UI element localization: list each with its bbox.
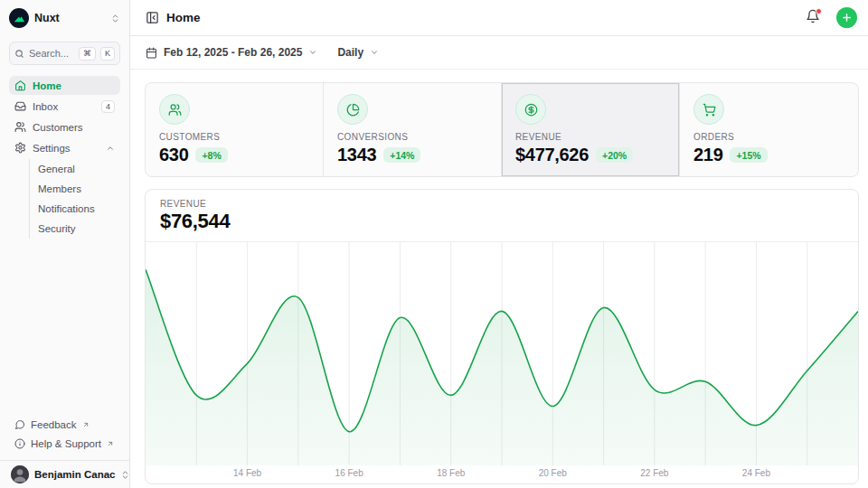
stat-label: CUSTOMERS (159, 132, 309, 142)
revenue-chart-card: REVENUE $76,544 14 Feb16 Feb18 Feb20 Feb… (145, 189, 859, 484)
notification-dot (816, 8, 822, 14)
x-axis-tick-label: 18 Feb (437, 468, 465, 478)
stat-delta-badge: +15% (730, 147, 767, 163)
filters-toolbar: Feb 12, 2025 - Feb 26, 2025 Daily (130, 36, 868, 70)
feedback-label: Feedback (31, 419, 77, 430)
sidebar-item-home[interactable]: Home (9, 76, 120, 95)
page-header: Home (130, 0, 868, 36)
stat-value: 630 (159, 145, 188, 165)
add-button[interactable] (836, 7, 857, 28)
stat-delta-badge: +8% (195, 147, 227, 163)
users-icon (14, 121, 26, 133)
dashboard-app: Nuxt Search... ⌘ K Home (0, 0, 868, 488)
circle-dollar-icon (515, 94, 546, 125)
stat-value: 219 (693, 145, 722, 165)
workspace-switcher[interactable]: Nuxt (0, 0, 129, 36)
users-icon (159, 94, 190, 125)
x-axis-tick-label: 14 Feb (233, 468, 261, 478)
sidebar-item-customers[interactable]: Customers (9, 117, 120, 136)
x-axis-tick-label: 22 Feb (640, 468, 668, 478)
sidebar-item-inbox[interactable]: Inbox 4 (9, 97, 120, 116)
collapse-sidebar-icon[interactable] (146, 11, 159, 24)
sidebar-item-label: Settings (33, 143, 99, 154)
plus-icon (841, 12, 853, 23)
search-input[interactable]: Search... ⌘ K (9, 42, 120, 65)
inbox-icon (14, 100, 26, 112)
date-range-picker[interactable]: Feb 12, 2025 - Feb 26, 2025 (146, 46, 317, 59)
chart-header: REVENUE $76,544 (146, 190, 858, 242)
kbd-k: K (100, 47, 115, 61)
sidebar-item-label: Inbox (33, 101, 95, 112)
notifications-button[interactable] (806, 9, 820, 27)
chevron-down-icon (308, 48, 317, 57)
feedback-link[interactable]: Feedback (9, 415, 120, 434)
stat-card-orders[interactable]: ORDERS 219 +15% (680, 83, 858, 176)
stat-value: $477,626 (515, 145, 589, 165)
stats-row: CUSTOMERS 630 +8% CONVERSIONS 1343 +14% (145, 82, 859, 177)
revenue-area-chart[interactable] (146, 242, 858, 465)
page-content: CUSTOMERS 630 +8% CONVERSIONS 1343 +14% (130, 70, 868, 484)
cart-icon (693, 94, 724, 125)
date-range-value: Feb 12, 2025 - Feb 26, 2025 (164, 46, 302, 59)
avatar (11, 465, 29, 483)
sidebar-item-security[interactable]: Security (38, 219, 120, 239)
kbd-cmd: ⌘ (79, 47, 96, 61)
chart-metric-value: $76,544 (160, 210, 844, 233)
external-link-icon (82, 421, 90, 428)
sidebar-item-settings[interactable]: Settings (9, 138, 120, 157)
info-circle-icon (14, 438, 25, 449)
sidebar-item-members[interactable]: Members (38, 179, 120, 199)
chevron-up-down-icon (120, 470, 130, 480)
stat-label: REVENUE (515, 132, 665, 142)
main-panel: Home Feb 12, 2025 - Feb 26, 2025 Daily (130, 0, 868, 488)
pie-chart-icon (337, 94, 368, 125)
settings-submenu: General Members Notifications Security (29, 159, 120, 239)
user-name: Benjamin Canac (34, 469, 115, 480)
chart-metric-label: REVENUE (160, 199, 844, 209)
calendar-icon (146, 47, 157, 59)
search-icon (14, 49, 24, 59)
stat-value: 1343 (337, 145, 376, 165)
stat-card-customers[interactable]: CUSTOMERS 630 +8% (146, 83, 324, 176)
gear-icon (14, 142, 26, 154)
stat-label: ORDERS (693, 132, 844, 142)
x-axis-tick-label: 20 Feb (539, 468, 567, 478)
message-bubble-icon (14, 419, 25, 430)
nuxt-logo-icon (9, 8, 29, 28)
sidebar-item-label: Customers (33, 122, 115, 133)
sidebar-item-label: Home (33, 80, 115, 91)
stat-card-conversions[interactable]: CONVERSIONS 1343 +14% (324, 83, 502, 176)
stat-delta-badge: +20% (596, 147, 633, 163)
stat-label: CONVERSIONS (337, 132, 487, 142)
x-axis-tick-label: 24 Feb (742, 468, 770, 478)
chart-x-axis: 14 Feb16 Feb18 Feb20 Feb22 Feb24 Feb (146, 465, 858, 483)
page-title: Home (166, 11, 798, 24)
chevron-down-icon (370, 48, 379, 57)
sidebar-item-notifications[interactable]: Notifications (38, 199, 120, 219)
chevron-up-down-icon (110, 14, 120, 23)
external-link-icon (107, 440, 114, 447)
x-axis-tick-label: 16 Feb (335, 468, 363, 478)
sidebar-item-general[interactable]: General (38, 159, 120, 179)
chevron-up-icon (106, 144, 115, 153)
home-icon (14, 80, 26, 91)
help-support-link[interactable]: Help & Support (9, 434, 120, 453)
help-support-label: Help & Support (31, 438, 101, 449)
user-menu[interactable]: Benjamin Canac (0, 460, 129, 488)
sidebar-footer: Feedback Help & Support (0, 415, 129, 456)
stat-card-revenue[interactable]: REVENUE $477,626 +20% (502, 83, 680, 176)
sidebar-nav: Home Inbox 4 Customers Settings (0, 74, 129, 239)
workspace-name: Nuxt (34, 12, 105, 24)
sidebar: Nuxt Search... ⌘ K Home (0, 0, 130, 488)
granularity-value: Daily (337, 46, 363, 59)
inbox-count-badge: 4 (101, 100, 115, 113)
stat-delta-badge: +14% (383, 147, 420, 163)
search-placeholder: Search... (29, 48, 74, 59)
granularity-select[interactable]: Daily (337, 46, 379, 59)
